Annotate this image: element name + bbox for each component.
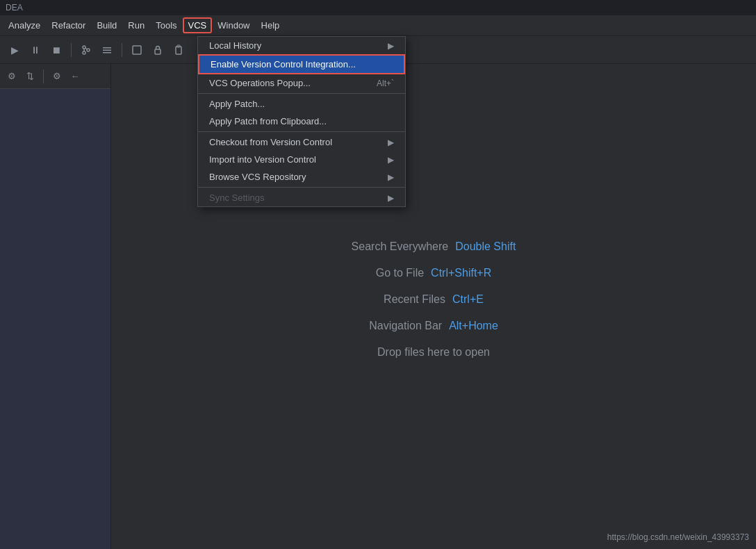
menu-help[interactable]: Help	[256, 17, 286, 33]
hint-recent-shortcut: Ctrl+E	[452, 293, 484, 306]
sync-settings-arrow: ▶	[388, 193, 394, 203]
svg-rect-7	[103, 52, 111, 54]
import-vcs-label: Import into Version Control	[209, 154, 316, 165]
checkout-label: Checkout from Version Control	[209, 137, 332, 147]
browse-vcs-arrow: ▶	[388, 172, 394, 182]
sidebar-sep	[43, 69, 44, 83]
hint-search-shortcut: Double Shift	[455, 240, 516, 253]
vcs-operations-shortcut: Alt+`	[377, 79, 394, 88]
watermark: https://blog.csdn.net/weixin_43993373	[607, 532, 749, 542]
hint-goto: Go to File Ctrl+Shift+R	[376, 267, 492, 279]
sidebar-toolbar: ⚙ ⇅ ⚙ ←	[0, 64, 110, 89]
vcs-dropdown-menu: Local History ▶ Enable Version Control I…	[197, 36, 406, 207]
title-text: DEA	[6, 3, 23, 13]
svg-rect-8	[133, 46, 141, 54]
enable-vcs-label: Enable Version Control Integration...	[211, 59, 356, 69]
toolbar-build-btn[interactable]	[128, 41, 146, 59]
toolbar-vcs-btn[interactable]	[77, 41, 95, 59]
svg-rect-9	[155, 49, 161, 54]
sidebar-content	[0, 89, 110, 549]
import-vcs-arrow: ▶	[388, 155, 394, 165]
menu-item-checkout[interactable]: Checkout from Version Control ▶	[198, 133, 405, 151]
menu-item-enable-vcs[interactable]: Enable Version Control Integration...	[198, 54, 405, 74]
title-bar: DEA	[0, 0, 756, 15]
menu-window[interactable]: Window	[212, 17, 255, 33]
sidebar-sort-btn[interactable]: ⇅	[22, 69, 38, 84]
dropdown-sep-3	[198, 187, 405, 188]
hint-search: Search Everywhere Double Shift	[352, 240, 516, 253]
menu-bar: Analyze Refactor Build Run Tools VCS Win…	[0, 15, 756, 36]
hint-drop: Drop files here to open	[377, 346, 490, 359]
browse-vcs-label: Browse VCS Repository	[209, 172, 306, 182]
toolbar-lock-btn[interactable]	[149, 41, 167, 59]
menu-analyze[interactable]: Analyze	[3, 17, 46, 33]
toolbar-run-btn[interactable]: ▶	[6, 41, 24, 59]
svg-line-4	[85, 48, 88, 49]
hint-goto-label: Go to File	[376, 267, 424, 279]
toolbar-debug-btn[interactable]: ⏸	[26, 41, 44, 59]
apply-patch-clipboard-label: Apply Patch from Clipboard...	[209, 116, 327, 126]
local-history-arrow: ▶	[388, 41, 394, 51]
menu-item-browse-vcs[interactable]: Browse VCS Repository ▶	[198, 168, 405, 186]
sidebar: ⚙ ⇅ ⚙ ←	[0, 64, 111, 549]
menu-tools[interactable]: Tools	[150, 17, 182, 33]
svg-rect-10	[176, 47, 181, 54]
apply-patch-label: Apply Patch...	[209, 99, 265, 109]
hint-navbar-shortcut: Alt+Home	[449, 320, 498, 332]
hint-navbar: Navigation Bar Alt+Home	[369, 320, 498, 332]
toolbar-sep-2	[122, 43, 122, 57]
menu-item-sync-settings: Sync Settings ▶	[198, 189, 405, 206]
menu-vcs[interactable]: VCS	[183, 17, 213, 33]
sync-settings-label: Sync Settings	[209, 192, 265, 203]
svg-rect-6	[103, 49, 111, 51]
menu-item-local-history[interactable]: Local History ▶	[198, 37, 405, 54]
toolbar-clipboard-btn[interactable]	[170, 41, 188, 59]
dropdown-sep-1	[198, 93, 405, 94]
menu-build[interactable]: Build	[91, 17, 122, 33]
sidebar-back-btn[interactable]: ←	[67, 69, 83, 84]
toolbar-stop-btn[interactable]: ⏹	[47, 41, 65, 59]
toolbar-settings-btn[interactable]	[98, 41, 116, 59]
local-history-label: Local History	[209, 40, 261, 51]
menu-refactor[interactable]: Refactor	[46, 17, 91, 33]
vcs-operations-label: VCS Operations Popup...	[209, 78, 311, 88]
hint-navbar-label: Navigation Bar	[369, 320, 442, 332]
sidebar-gear-btn[interactable]: ⚙	[49, 69, 65, 84]
hint-recent: Recent Files Ctrl+E	[384, 293, 484, 306]
hint-search-label: Search Everywhere	[352, 240, 449, 253]
hint-recent-label: Recent Files	[384, 293, 445, 306]
menu-item-apply-patch-clipboard[interactable]: Apply Patch from Clipboard...	[198, 113, 405, 130]
svg-point-1	[83, 51, 85, 54]
dropdown-sep-2	[198, 131, 405, 132]
svg-rect-5	[103, 47, 111, 49]
menu-item-import-vcs[interactable]: Import into Version Control ▶	[198, 151, 405, 168]
hint-drop-label: Drop files here to open	[377, 346, 490, 359]
menu-item-vcs-operations[interactable]: VCS Operations Popup... Alt+`	[198, 74, 405, 92]
menu-run[interactable]: Run	[122, 17, 150, 33]
toolbar-sep-1	[71, 43, 72, 57]
watermark-text: https://blog.csdn.net/weixin_43993373	[607, 532, 749, 542]
menu-item-apply-patch[interactable]: Apply Patch...	[198, 95, 405, 113]
hint-goto-shortcut: Ctrl+Shift+R	[431, 267, 491, 279]
checkout-arrow: ▶	[388, 138, 394, 147]
sidebar-settings-btn[interactable]: ⚙	[4, 69, 19, 84]
